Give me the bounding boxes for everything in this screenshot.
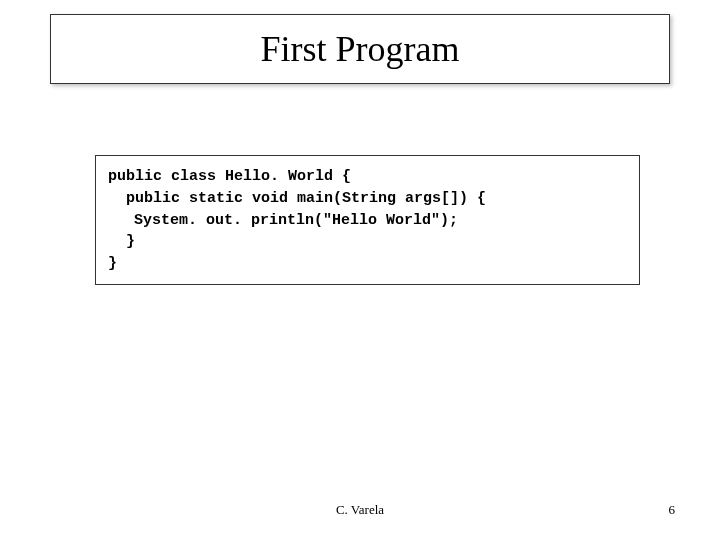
code-container: public class Hello. World { public stati… bbox=[95, 155, 640, 285]
code-line: } bbox=[108, 253, 627, 275]
slide-title: First Program bbox=[260, 28, 459, 70]
footer-author: C. Varela bbox=[0, 502, 720, 518]
footer-page-number: 6 bbox=[669, 502, 676, 518]
code-line: public static void main(String args[]) { bbox=[108, 188, 627, 210]
title-container: First Program bbox=[50, 14, 670, 84]
code-line: } bbox=[108, 231, 627, 253]
code-line: public class Hello. World { bbox=[108, 166, 627, 188]
code-line: System. out. println("Hello World"); bbox=[108, 210, 627, 232]
